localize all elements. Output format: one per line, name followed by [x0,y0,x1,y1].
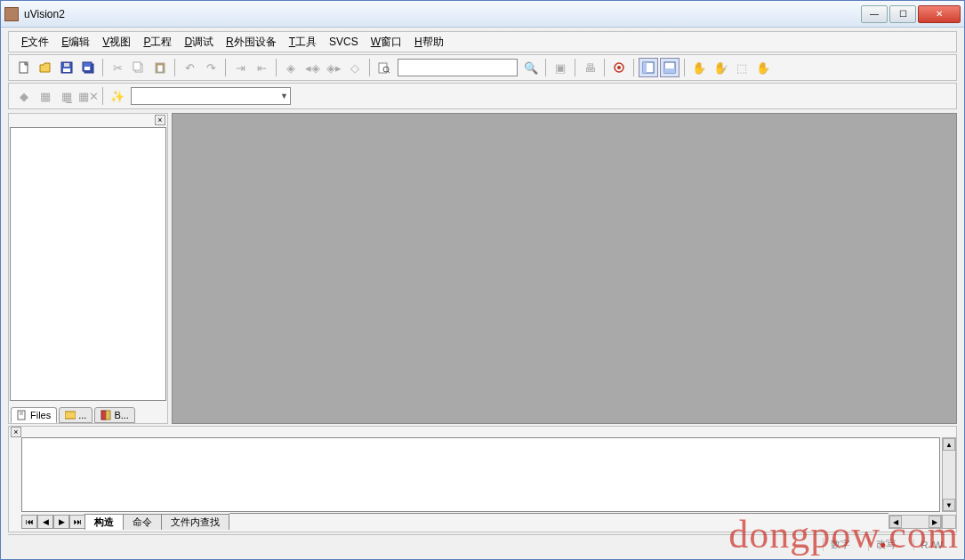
app-icon [4,7,19,21]
undo-icon[interactable]: ↶ [180,58,199,77]
project-pane: × Files ... B... [8,113,168,424]
editor-area[interactable] [172,113,957,424]
status-ovr: 改写 [868,538,903,551]
scroll-right-icon[interactable]: ▶ [929,516,941,528]
menu-window[interactable]: W窗口 [366,33,407,52]
redo-icon[interactable]: ↷ [201,58,221,77]
svg-line-13 [388,71,390,73]
menu-help[interactable]: H帮助 [409,33,449,52]
project-pane-tabs: Files ... B... [9,402,167,423]
menu-view[interactable]: V视图 [97,33,136,52]
new-file-icon[interactable] [14,58,34,77]
window-title: uVision2 [24,8,861,20]
translate-icon[interactable]: ◆ [14,86,34,106]
indent-icon[interactable]: ⇥ [230,58,250,77]
output-pane-close-icon[interactable]: × [11,427,21,437]
toolbar-build: ◆ ▦ ▦̲ ▦✕ ✨ ▼ [8,83,957,109]
svg-rect-19 [664,68,675,73]
paste-icon[interactable] [150,58,170,77]
bookmark-toggle-icon[interactable]: ◈ [281,58,301,77]
bookmark-next-icon[interactable]: ◈▸ [324,58,343,77]
tab-nav-prev-icon[interactable]: ◀ [37,515,53,529]
titlebar: uVision2 — ☐ ✕ [1,1,964,28]
breakpoint-icon[interactable]: ✋ [689,58,709,77]
find-combo[interactable] [398,59,518,76]
svg-rect-8 [133,62,141,70]
close-button[interactable]: ✕ [918,5,961,23]
output-pane: × ▲ ▼ ⏮ ◀ ▶ ⏭ 构造 命令 文件内查找 ◀ ▶ [8,426,957,532]
minimize-button[interactable]: — [861,5,888,23]
scroll-up-icon[interactable]: ▲ [943,438,955,451]
breakpoint-enable-icon[interactable]: ✋ [753,58,773,77]
svg-rect-23 [65,412,76,419]
tab-regs[interactable]: ... [59,407,92,423]
rebuild-icon[interactable]: ▦̲ [57,86,76,106]
menu-svcs[interactable]: SVCS [324,34,364,50]
stop-build-icon[interactable]: ▦✕ [78,86,98,106]
scroll-down-icon[interactable]: ▼ [943,499,955,511]
tab-books[interactable]: B... [94,407,135,423]
menu-debug[interactable]: D调试 [179,33,219,52]
target-combo[interactable]: ▼ [131,87,291,105]
svg-rect-25 [106,411,110,420]
svg-rect-3 [64,63,69,67]
tab-nav-last-icon[interactable]: ⏭ [69,515,85,529]
output-text[interactable] [21,437,940,512]
workspace: × Files ... B... [8,113,957,424]
svg-rect-24 [101,411,106,420]
find-in-files-icon[interactable] [374,58,394,77]
project-tree[interactable] [10,127,166,401]
build-icon[interactable]: ▦ [36,86,55,106]
menubar: F文件 E编辑 V视图 P工程 D调试 R外围设备 T工具 SVCS W窗口 H… [8,31,957,52]
bookmark-clear-icon[interactable]: ◇ [345,58,365,77]
output-corner [942,515,956,529]
print-icon[interactable]: 🖶 [580,58,599,77]
cut-icon[interactable]: ✂ [108,58,127,77]
tab-files[interactable]: Files [11,407,57,423]
scroll-left-icon[interactable]: ◀ [889,516,902,528]
debug-options-icon[interactable]: ▣ [551,58,570,77]
breakpoint-disable-icon[interactable]: ⬚ [732,58,752,77]
svg-rect-6 [84,67,90,70]
menu-project[interactable]: P工程 [138,33,177,52]
output-tab-find[interactable]: 文件内查找 [161,514,229,530]
output-tabs: ⏮ ◀ ▶ ⏭ 构造 命令 文件内查找 ◀ ▶ [9,512,956,532]
save-icon[interactable] [57,58,76,77]
output-vscrollbar[interactable]: ▲ ▼ [942,437,956,512]
menu-periph[interactable]: R外围设备 [221,33,282,52]
output-tab-command[interactable]: 命令 [123,514,162,530]
outdent-icon[interactable]: ⇤ [252,58,271,77]
output-window-icon[interactable] [660,58,680,77]
menu-edit[interactable]: E编辑 [56,33,95,52]
breakpoint-kill-icon[interactable]: ✋̷ [711,58,730,77]
toolbar-main: ✂ ↶ ↷ ⇥ ⇤ ◈ ◂◈ ◈▸ ◇ 🔍 ▣ 🖶 ✋ ✋̷ ⬚ ✋ [8,54,957,81]
status-num: 数字 [823,538,857,551]
find-icon[interactable]: 🔍 [521,58,541,77]
debug-start-icon[interactable] [609,58,629,77]
status-rw: R /W [913,540,950,550]
maximize-button[interactable]: ☐ [889,5,916,23]
svg-rect-17 [643,62,647,73]
app-window: uVision2 — ☐ ✕ F文件 E编辑 V视图 P工程 D调试 R外围设备… [0,0,965,560]
svg-point-15 [617,66,621,69]
bookmark-prev-icon[interactable]: ◂◈ [302,58,322,77]
save-all-icon[interactable] [78,58,98,77]
tab-nav-first-icon[interactable]: ⏮ [21,515,37,529]
copy-icon[interactable] [129,58,149,77]
svg-rect-2 [63,68,70,72]
menu-file[interactable]: F文件 [16,33,54,52]
project-pane-close-icon[interactable]: × [155,115,165,125]
svg-rect-10 [157,65,163,72]
download-icon[interactable]: ✨ [108,86,127,106]
output-tab-build[interactable]: 构造 [84,514,124,530]
output-hscrollbar[interactable]: ◀ ▶ [889,515,942,529]
tab-nav-next-icon[interactable]: ▶ [53,515,69,529]
menu-tools[interactable]: T工具 [284,33,322,52]
open-file-icon[interactable] [36,58,55,77]
statusbar: 数字 改写 R /W [8,534,957,554]
project-window-icon[interactable] [639,58,658,77]
svg-rect-11 [379,63,387,73]
